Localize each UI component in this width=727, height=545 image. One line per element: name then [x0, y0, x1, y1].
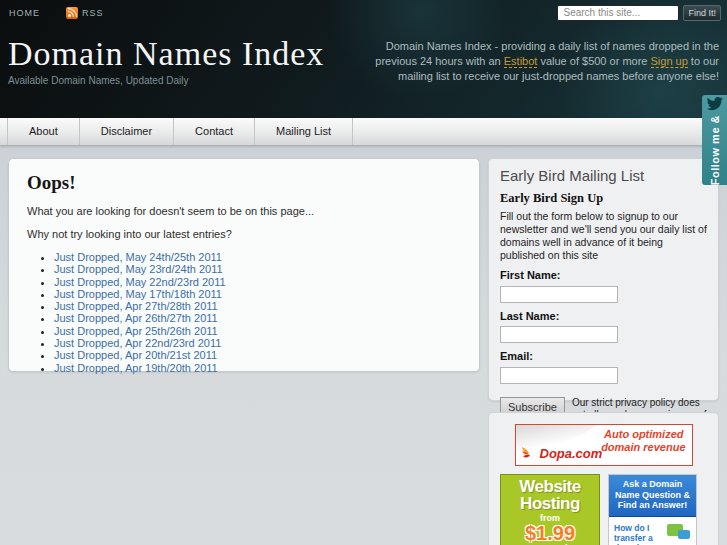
list-item: Just Dropped, Apr 19th/20th 2011 — [54, 362, 461, 374]
latest-entries-list: Just Dropped, May 24th/25th 2011 Just Dr… — [54, 251, 461, 374]
entry-link[interactable]: Just Dropped, May 23rd/24th 2011 — [54, 263, 223, 275]
follow-me-label: Follow me & — [709, 115, 721, 185]
signup-heading: Early Bird Sign Up — [500, 191, 707, 206]
main-navigation: About Disclaimer Contact Mailing List — [0, 118, 727, 146]
dopa-tagline-line2: domain revenue — [601, 441, 685, 454]
nav-item-contact[interactable]: Contact — [174, 118, 255, 145]
nav-item-disclaimer[interactable]: Disclaimer — [80, 118, 174, 145]
dopa-tagline-line1: Auto optimized — [601, 428, 683, 441]
rss-icon — [66, 7, 78, 19]
entry-link[interactable]: Just Dropped, Apr 25th/26th 2011 — [54, 325, 218, 337]
suggestion-message: Why not try looking into our latest entr… — [27, 228, 461, 240]
main-content-panel: Oops! What you are looking for doesn't s… — [8, 158, 480, 372]
list-item: Just Dropped, Apr 22nd/23rd 2011 — [54, 337, 461, 349]
topbar: HOME RSS Find It! — [0, 0, 727, 25]
dopa-tagline: Auto optimized domain revenue — [601, 428, 683, 454]
signup-intro: Fill out the form below to signup to our… — [500, 210, 707, 262]
search-submit-button[interactable]: Find It! — [683, 5, 721, 21]
list-item: Just Dropped, May 17th/18th 2011 — [54, 288, 461, 300]
nav-item-about[interactable]: About — [7, 118, 80, 145]
nav-item-mailing-list[interactable]: Mailing List — [255, 118, 353, 145]
entry-link[interactable]: Just Dropped, Apr 27th/28th 2011 — [54, 300, 218, 312]
twitter-bird-icon — [702, 95, 727, 113]
first-name-field[interactable] — [500, 286, 618, 303]
page-title: Oops! — [27, 172, 461, 194]
entry-link[interactable]: Just Dropped, Apr 19th/20th 2011 — [54, 362, 218, 374]
list-item: Just Dropped, May 23rd/24th 2011 — [54, 263, 461, 275]
dopa-brand-label: Dopa.com — [540, 446, 603, 461]
site-description: Domain Names Index - providing a daily l… — [368, 39, 719, 86]
estibot-link[interactable]: Estibot — [504, 55, 538, 68]
site-title[interactable]: Domain Names Index — [8, 35, 368, 73]
entry-link[interactable]: Just Dropped, Apr 26th/27th 2011 — [54, 312, 218, 324]
follow-me-ribbon[interactable]: Follow me & — [702, 95, 727, 185]
hosting-ad-price: $1.99 — [501, 523, 599, 543]
qa-ad-question: How do I transfer a domain name? — [614, 523, 665, 545]
list-item: Just Dropped, Apr 27th/28th 2011 — [54, 300, 461, 312]
first-name-label: First Name: — [500, 269, 707, 281]
domain-question-ad-banner[interactable]: Ask a Domain Name Question & Find an Ans… — [608, 474, 697, 545]
entry-link[interactable]: Just Dropped, Apr 22nd/23rd 2011 — [54, 337, 221, 349]
qa-ad-header: Ask a Domain Name Question & Find an Ans… — [609, 475, 696, 517]
list-item: Just Dropped, Apr 25th/26th 2011 — [54, 325, 461, 337]
home-link[interactable]: HOME — [9, 8, 40, 18]
email-label: Email: — [500, 350, 707, 362]
description-text: value of $500 or more — [537, 55, 650, 67]
hosting-ad-banner[interactable]: Website Hosting from $1.99 per month! — [500, 474, 600, 545]
last-name-label: Last Name: — [500, 310, 707, 322]
sidebar-title: Early Bird Mailing List — [500, 167, 707, 184]
site-header: HOME RSS Find It! Domain Names Index Ava… — [0, 0, 727, 118]
search-input[interactable] — [557, 5, 679, 21]
speech-bubbles-icon — [667, 524, 693, 544]
dopa-ad-banner[interactable]: Auto optimized domain revenue Dopa.com — [515, 424, 693, 466]
qa-ad-body: How do I transfer a domain name? — [609, 517, 696, 545]
not-found-message: What you are looking for doesn't seem to… — [27, 205, 461, 217]
dopa-logo-icon — [522, 447, 537, 460]
entry-link[interactable]: Just Dropped, May 24th/25th 2011 — [54, 251, 222, 263]
entry-link[interactable]: Just Dropped, Apr 20th/21st 2011 — [54, 349, 217, 361]
header-main: Domain Names Index Available Domain Name… — [0, 25, 727, 86]
bottom-ads: Website Hosting from $1.99 per month! As… — [500, 474, 697, 545]
entry-link[interactable]: Just Dropped, May 22nd/23rd 2011 — [54, 276, 226, 288]
site-tagline: Available Domain Names, Updated Daily — [8, 75, 368, 86]
dopa-brand: Dopa.com — [522, 446, 603, 461]
signup-link[interactable]: Sign up — [651, 55, 688, 68]
list-item: Just Dropped, Apr 20th/21st 2011 — [54, 349, 461, 361]
mailing-list-panel: Early Bird Mailing List Early Bird Sign … — [488, 158, 719, 401]
hosting-ad-line2: Hosting — [501, 495, 599, 512]
hosting-ad-line1: Website — [501, 478, 599, 495]
list-item: Just Dropped, May 22nd/23rd 2011 — [54, 276, 461, 288]
last-name-field[interactable] — [500, 326, 618, 343]
list-item: Just Dropped, May 24th/25th 2011 — [54, 251, 461, 263]
entry-link[interactable]: Just Dropped, May 17th/18th 2011 — [54, 288, 222, 300]
email-field[interactable] — [500, 367, 618, 384]
brand-block: Domain Names Index Available Domain Name… — [8, 35, 368, 86]
rss-link[interactable]: RSS — [66, 7, 104, 19]
rss-label[interactable]: RSS — [82, 8, 104, 18]
list-item: Just Dropped, Apr 26th/27th 2011 — [54, 312, 461, 324]
